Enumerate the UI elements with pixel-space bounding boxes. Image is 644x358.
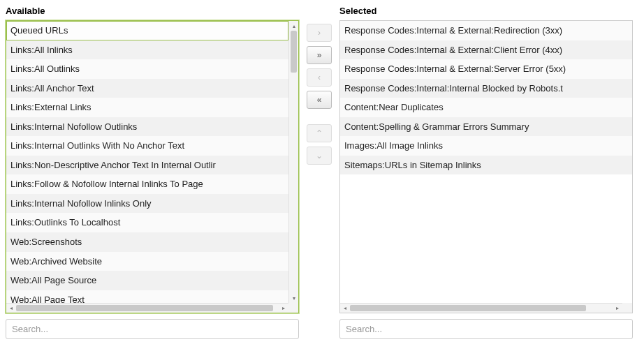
transfer-controls: › » ‹ « ⌃ ⌄ xyxy=(306,6,332,165)
list-item[interactable]: Links:Outlinks To Localhost xyxy=(6,213,288,232)
move-up-button[interactable]: ⌃ xyxy=(307,124,332,142)
list-item[interactable]: Images:All Image Inlinks xyxy=(340,136,632,156)
list-item[interactable]: Links:Internal Nofollow Inlinks Only xyxy=(6,194,288,214)
available-search-input[interactable] xyxy=(6,319,299,339)
list-item[interactable]: Web:All Page Text xyxy=(6,290,288,303)
list-item[interactable]: Web:Screenshots xyxy=(6,232,288,252)
selected-horizontal-scrollbar-thumb[interactable] xyxy=(350,305,586,311)
selected-horizontal-scrollbar[interactable]: ◂ ▸ xyxy=(340,303,622,313)
move-all-right-button[interactable]: » xyxy=(307,46,332,64)
list-item[interactable]: Links:Internal Nofollow Outlinks xyxy=(6,117,288,137)
move-right-button[interactable]: › xyxy=(307,24,332,42)
scroll-right-icon[interactable]: ▸ xyxy=(279,304,288,313)
list-item[interactable]: Response Codes:Internal & External:Clien… xyxy=(340,40,632,60)
available-listbox[interactable]: Queued URLsLinks:All InlinksLinks:All Ou… xyxy=(6,20,299,313)
selected-search-input[interactable] xyxy=(339,319,633,339)
double-chevron-left-icon: « xyxy=(317,95,322,105)
list-item[interactable]: Links:Internal Outlinks With No Anchor T… xyxy=(6,136,288,156)
double-chevron-right-icon: » xyxy=(317,50,322,60)
list-item[interactable]: Queued URLs xyxy=(6,21,288,40)
list-item[interactable]: Links:All Outlinks xyxy=(6,59,288,79)
list-item[interactable]: Web:Archived Website xyxy=(6,252,288,271)
chevron-right-icon: › xyxy=(318,28,321,38)
move-down-button[interactable]: ⌄ xyxy=(307,147,332,165)
selected-panel: Selected Response Codes:Internal & Exter… xyxy=(339,6,633,339)
list-item[interactable]: Response Codes:Internal & External:Serve… xyxy=(340,59,632,79)
list-item[interactable]: Content:Spelling & Grammar Errors Summar… xyxy=(340,117,632,137)
list-item[interactable]: Links:All Inlinks xyxy=(6,40,288,60)
list-item[interactable]: Content:Near Duplicates xyxy=(340,98,632,117)
selected-list-items: Response Codes:Internal & External:Redir… xyxy=(340,21,632,303)
list-item[interactable]: Links:All Anchor Text xyxy=(6,79,288,98)
move-all-left-button[interactable]: « xyxy=(307,91,332,109)
chevron-down-icon: ⌄ xyxy=(316,151,323,161)
available-list-items: Queued URLsLinks:All InlinksLinks:All Ou… xyxy=(6,21,288,303)
available-horizontal-scrollbar-thumb[interactable] xyxy=(16,305,273,311)
move-left-button[interactable]: ‹ xyxy=(307,68,332,87)
scroll-corner xyxy=(288,303,298,313)
available-horizontal-scrollbar[interactable]: ◂ ▸ xyxy=(6,303,288,313)
list-item[interactable]: Sitemaps:URLs in Sitemap Inlinks xyxy=(340,156,632,175)
scroll-up-icon[interactable]: ▴ xyxy=(289,21,298,31)
scroll-right-icon[interactable]: ▸ xyxy=(613,304,622,313)
scroll-left-icon[interactable]: ◂ xyxy=(6,304,16,313)
chevron-up-icon: ⌃ xyxy=(316,128,323,138)
available-heading: Available xyxy=(6,6,299,16)
available-panel: Available Queued URLsLinks:All InlinksLi… xyxy=(6,6,299,339)
scroll-left-icon[interactable]: ◂ xyxy=(340,304,350,313)
scroll-corner xyxy=(622,303,632,313)
selected-heading: Selected xyxy=(339,6,633,16)
list-item[interactable]: Links:Follow & Nofollow Internal Inlinks… xyxy=(6,174,288,194)
list-item[interactable]: Links:Non-Descriptive Anchor Text In Int… xyxy=(6,156,288,175)
selected-listbox[interactable]: Response Codes:Internal & External:Redir… xyxy=(339,20,633,313)
list-item[interactable]: Links:External Links xyxy=(6,98,288,117)
list-item[interactable]: Response Codes:Internal & External:Redir… xyxy=(340,21,632,40)
list-item[interactable]: Web:All Page Source xyxy=(6,271,288,290)
list-item[interactable]: Response Codes:Internal:Internal Blocked… xyxy=(340,79,632,98)
scroll-down-icon[interactable]: ▾ xyxy=(289,293,298,303)
chevron-left-icon: ‹ xyxy=(318,73,321,82)
available-vertical-scrollbar[interactable]: ▴ ▾ xyxy=(288,21,298,303)
available-vertical-scrollbar-thumb[interactable] xyxy=(291,31,297,73)
